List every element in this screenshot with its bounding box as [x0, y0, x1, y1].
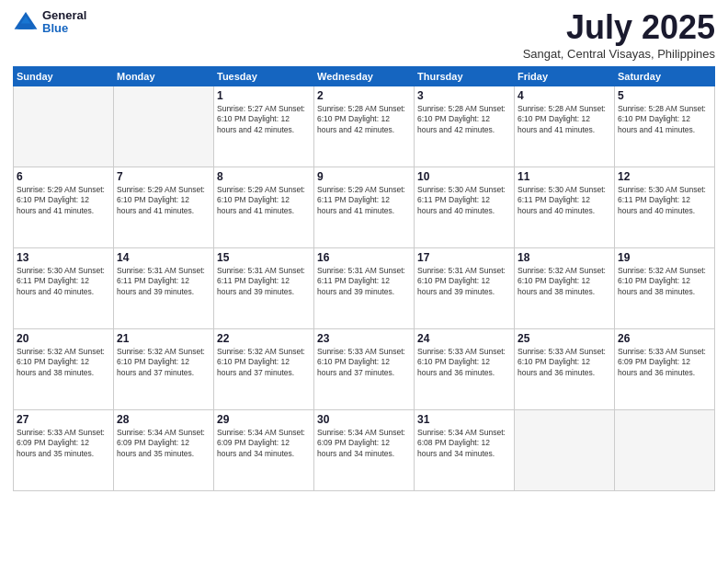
table-row: 18Sunrise: 5:32 AM Sunset: 6:10 PM Dayli…: [515, 247, 615, 328]
logo: General Blue: [13, 9, 86, 36]
day-number: 14: [117, 251, 210, 264]
day-info: Sunrise: 5:32 AM Sunset: 6:10 PM Dayligh…: [618, 266, 711, 299]
day-info: Sunrise: 5:33 AM Sunset: 6:10 PM Dayligh…: [518, 347, 611, 380]
day-number: 28: [117, 413, 210, 426]
day-info: Sunrise: 5:33 AM Sunset: 6:10 PM Dayligh…: [417, 347, 511, 380]
table-row: 1Sunrise: 5:27 AM Sunset: 6:10 PM Daylig…: [214, 86, 314, 167]
day-info: Sunrise: 5:33 AM Sunset: 6:10 PM Dayligh…: [317, 347, 411, 380]
day-number: 24: [417, 332, 511, 345]
day-info: Sunrise: 5:28 AM Sunset: 6:10 PM Dayligh…: [518, 104, 611, 137]
day-info: Sunrise: 5:32 AM Sunset: 6:10 PM Dayligh…: [217, 347, 311, 380]
table-row: 31Sunrise: 5:34 AM Sunset: 6:08 PM Dayli…: [415, 409, 515, 490]
day-number: 21: [117, 332, 210, 345]
page: General Blue July 2025 Sangat, Central V…: [0, 0, 728, 563]
day-number: 10: [417, 170, 511, 183]
table-row: [615, 409, 715, 490]
title-location: Sangat, Central Visayas, Philippines: [523, 47, 715, 61]
day-info: Sunrise: 5:27 AM Sunset: 6:10 PM Dayligh…: [217, 104, 311, 137]
day-info: Sunrise: 5:34 AM Sunset: 6:09 PM Dayligh…: [317, 428, 411, 461]
day-info: Sunrise: 5:30 AM Sunset: 6:11 PM Dayligh…: [417, 185, 511, 218]
table-row: 10Sunrise: 5:30 AM Sunset: 6:11 PM Dayli…: [415, 167, 515, 247]
day-number: 12: [618, 170, 711, 183]
day-info: Sunrise: 5:32 AM Sunset: 6:10 PM Dayligh…: [117, 347, 210, 380]
day-number: 31: [417, 413, 511, 426]
day-number: 27: [17, 413, 110, 426]
table-row: 14Sunrise: 5:31 AM Sunset: 6:11 PM Dayli…: [114, 247, 214, 328]
logo-text: General Blue: [42, 9, 86, 36]
day-info: Sunrise: 5:30 AM Sunset: 6:11 PM Dayligh…: [518, 185, 611, 218]
day-info: Sunrise: 5:32 AM Sunset: 6:10 PM Dayligh…: [17, 347, 110, 380]
day-number: 18: [518, 251, 611, 264]
day-info: Sunrise: 5:31 AM Sunset: 6:11 PM Dayligh…: [317, 266, 411, 299]
day-number: 17: [417, 251, 511, 264]
day-number: 20: [17, 332, 110, 345]
table-row: 11Sunrise: 5:30 AM Sunset: 6:11 PM Dayli…: [515, 167, 615, 247]
logo-general: General: [42, 9, 86, 22]
day-number: 6: [17, 170, 110, 183]
table-row: 25Sunrise: 5:33 AM Sunset: 6:10 PM Dayli…: [515, 328, 615, 409]
day-info: Sunrise: 5:29 AM Sunset: 6:11 PM Dayligh…: [317, 185, 411, 218]
table-row: [14, 86, 114, 167]
day-number: 8: [217, 170, 311, 183]
day-number: 26: [618, 332, 711, 345]
day-info: Sunrise: 5:30 AM Sunset: 6:11 PM Dayligh…: [17, 266, 110, 299]
week-row-1: 6Sunrise: 5:29 AM Sunset: 6:10 PM Daylig…: [14, 167, 715, 247]
day-info: Sunrise: 5:29 AM Sunset: 6:10 PM Dayligh…: [117, 185, 210, 218]
header-thursday: Thursday: [415, 66, 515, 86]
day-number: 5: [618, 89, 711, 102]
day-info: Sunrise: 5:32 AM Sunset: 6:10 PM Dayligh…: [518, 266, 611, 299]
week-row-0: 1Sunrise: 5:27 AM Sunset: 6:10 PM Daylig…: [14, 86, 715, 167]
day-info: Sunrise: 5:34 AM Sunset: 6:09 PM Dayligh…: [117, 428, 210, 461]
day-info: Sunrise: 5:34 AM Sunset: 6:09 PM Dayligh…: [217, 428, 311, 461]
table-row: 2Sunrise: 5:28 AM Sunset: 6:10 PM Daylig…: [314, 86, 415, 167]
logo-blue: Blue: [42, 22, 86, 35]
header: General Blue July 2025 Sangat, Central V…: [13, 9, 715, 61]
header-monday: Monday: [114, 66, 214, 86]
header-saturday: Saturday: [615, 66, 715, 86]
header-sunday: Sunday: [14, 66, 114, 86]
table-row: 28Sunrise: 5:34 AM Sunset: 6:09 PM Dayli…: [114, 409, 214, 490]
day-info: Sunrise: 5:28 AM Sunset: 6:10 PM Dayligh…: [618, 104, 711, 137]
day-number: 19: [618, 251, 711, 264]
day-number: 23: [317, 332, 411, 345]
table-row: 17Sunrise: 5:31 AM Sunset: 6:10 PM Dayli…: [415, 247, 515, 328]
table-row: 15Sunrise: 5:31 AM Sunset: 6:11 PM Dayli…: [214, 247, 314, 328]
table-row: [114, 86, 214, 167]
table-row: 6Sunrise: 5:29 AM Sunset: 6:10 PM Daylig…: [14, 167, 114, 247]
day-number: 25: [518, 332, 611, 345]
table-row: 5Sunrise: 5:28 AM Sunset: 6:10 PM Daylig…: [615, 86, 715, 167]
day-info: Sunrise: 5:31 AM Sunset: 6:11 PM Dayligh…: [117, 266, 210, 299]
title-block: July 2025 Sangat, Central Visayas, Phili…: [523, 9, 715, 61]
day-number: 11: [518, 170, 611, 183]
table-row: 9Sunrise: 5:29 AM Sunset: 6:11 PM Daylig…: [314, 167, 415, 247]
day-number: 3: [417, 89, 511, 102]
day-number: 29: [217, 413, 311, 426]
day-info: Sunrise: 5:29 AM Sunset: 6:10 PM Dayligh…: [217, 185, 311, 218]
title-month: July 2025: [523, 9, 715, 46]
week-row-3: 20Sunrise: 5:32 AM Sunset: 6:10 PM Dayli…: [14, 328, 715, 409]
day-number: 15: [217, 251, 311, 264]
table-row: 8Sunrise: 5:29 AM Sunset: 6:10 PM Daylig…: [214, 167, 314, 247]
day-number: 13: [17, 251, 110, 264]
day-info: Sunrise: 5:33 AM Sunset: 6:09 PM Dayligh…: [618, 347, 711, 380]
day-info: Sunrise: 5:29 AM Sunset: 6:10 PM Dayligh…: [17, 185, 110, 218]
day-info: Sunrise: 5:31 AM Sunset: 6:10 PM Dayligh…: [417, 266, 511, 299]
table-row: 3Sunrise: 5:28 AM Sunset: 6:10 PM Daylig…: [415, 86, 515, 167]
day-number: 9: [317, 170, 411, 183]
table-row: 30Sunrise: 5:34 AM Sunset: 6:09 PM Dayli…: [314, 409, 415, 490]
table-row: 19Sunrise: 5:32 AM Sunset: 6:10 PM Dayli…: [615, 247, 715, 328]
week-row-2: 13Sunrise: 5:30 AM Sunset: 6:11 PM Dayli…: [14, 247, 715, 328]
week-row-4: 27Sunrise: 5:33 AM Sunset: 6:09 PM Dayli…: [14, 409, 715, 490]
table-row: 22Sunrise: 5:32 AM Sunset: 6:10 PM Dayli…: [214, 328, 314, 409]
day-number: 4: [518, 89, 611, 102]
table-row: 21Sunrise: 5:32 AM Sunset: 6:10 PM Dayli…: [114, 328, 214, 409]
day-info: Sunrise: 5:30 AM Sunset: 6:11 PM Dayligh…: [618, 185, 711, 218]
header-wednesday: Wednesday: [314, 66, 415, 86]
day-info: Sunrise: 5:34 AM Sunset: 6:08 PM Dayligh…: [417, 428, 511, 461]
table-row: [515, 409, 615, 490]
day-number: 30: [317, 413, 411, 426]
header-friday: Friday: [515, 66, 615, 86]
day-info: Sunrise: 5:33 AM Sunset: 6:09 PM Dayligh…: [17, 428, 110, 461]
table-row: 4Sunrise: 5:28 AM Sunset: 6:10 PM Daylig…: [515, 86, 615, 167]
calendar-table: Sunday Monday Tuesday Wednesday Thursday…: [13, 66, 715, 491]
